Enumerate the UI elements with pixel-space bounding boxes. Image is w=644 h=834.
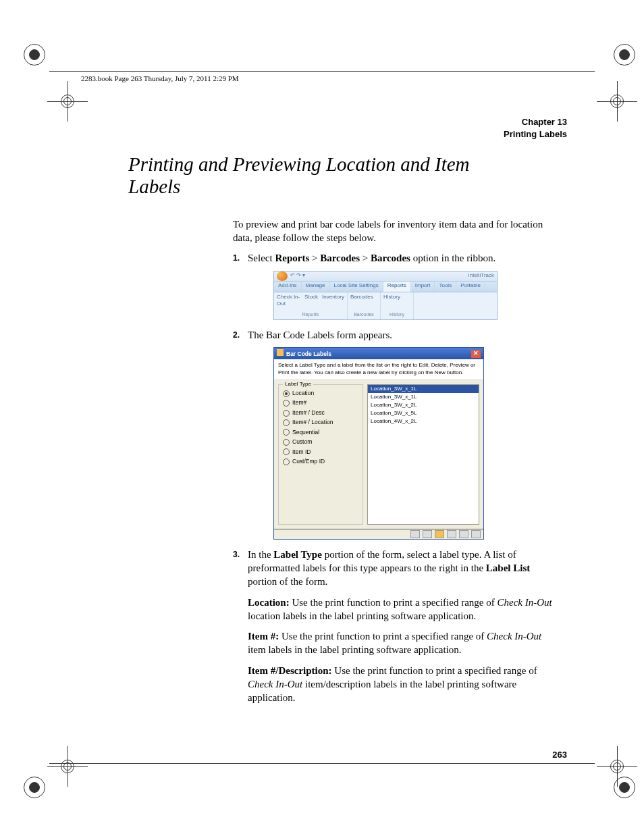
tab-add-ins[interactable]: Add-Ins (274, 282, 302, 292)
dialog-description: Select a Label Type and a label from the… (274, 359, 483, 380)
radio-item-desc[interactable]: Item# / Desc (283, 409, 358, 417)
list-item[interactable]: Location_3W_x_2L (368, 401, 479, 409)
label-type-group: Label Type Location Item# Item# / Desc I… (278, 384, 363, 525)
radio-icon (283, 439, 290, 446)
page-number: 263 (552, 750, 567, 760)
chapter-title: Printing Labels (81, 128, 567, 140)
chapter-header: Chapter 13 Printing Labels (81, 116, 567, 140)
radio-sequential[interactable]: Sequential (283, 429, 358, 436)
radio-item-id[interactable]: Item ID (283, 448, 358, 456)
section-title: Printing and Previewing Location and Ite… (128, 153, 506, 199)
radio-icon (283, 410, 290, 417)
toolbar-button[interactable] (423, 530, 432, 538)
ribbon-btn-stock[interactable]: Stock (304, 294, 318, 309)
ribbon-group-label: Barcodes (350, 311, 377, 317)
step-number: 1. (233, 251, 248, 265)
registration-mark (20, 773, 47, 800)
ribbon-btn-check-in-out[interactable]: Check In-Out (277, 294, 300, 309)
tab-manage[interactable]: Manage (302, 282, 330, 292)
step-text: Select Reports > Barcodes > Barcodes opt… (248, 251, 557, 265)
toolbar-button[interactable] (471, 530, 481, 538)
radio-icon (283, 400, 290, 407)
close-icon[interactable]: ✕ (471, 350, 481, 358)
toolbar-button[interactable] (459, 530, 468, 538)
radio-location[interactable]: Location (283, 390, 358, 397)
ribbon-btn-barcodes[interactable]: Barcodes (350, 294, 373, 301)
office-button-icon[interactable] (277, 271, 288, 281)
step-1: 1. Select Reports > Barcodes > Barcodes … (233, 251, 557, 265)
radio-icon (283, 390, 290, 397)
tab-reports[interactable]: Reports (383, 282, 411, 292)
ribbon-group-history: History History (381, 292, 414, 319)
list-item[interactable]: Location_4W_x_2L (368, 417, 479, 425)
bottom-rule (49, 763, 595, 764)
step-number: 3. (233, 548, 248, 712)
registration-mark (610, 41, 637, 68)
radio-cust-emp-id[interactable]: Cust/Emp ID (283, 458, 358, 465)
toolbar-button[interactable] (410, 530, 420, 538)
step-3: 3. In the Label Type portion of the form… (233, 548, 557, 712)
radio-icon (283, 448, 290, 455)
tab-portable[interactable]: Portable (456, 282, 485, 292)
ribbon-group-barcodes: Barcodes Barcodes (348, 292, 381, 319)
list-item[interactable]: Location_3W_x_1L (368, 385, 479, 393)
registration-mark (610, 773, 637, 800)
registration-mark (20, 41, 47, 68)
ribbon-btn-inventory[interactable]: Inventory (322, 294, 344, 309)
ribbon-screenshot: ↶ ↷ ▾ IntelliTrack Add-Ins Manage Local … (233, 271, 557, 320)
chapter-number: Chapter 13 (81, 116, 567, 128)
radio-custom[interactable]: Custom (283, 438, 358, 446)
qat-icons[interactable]: ↶ ↷ ▾ (290, 272, 305, 280)
tab-local-site-settings[interactable]: Local Site Settings (330, 282, 383, 292)
radio-icon (283, 419, 290, 426)
dialog-screenshot: Bar Code Labels ✕ Select a Label Type an… (233, 347, 557, 540)
dialog-toolbar (274, 529, 483, 539)
group-legend: Label Type (283, 381, 313, 388)
toolbar-button[interactable] (435, 530, 444, 538)
radio-item-location[interactable]: Item# / Location (283, 419, 358, 426)
toolbar-button[interactable] (447, 530, 456, 538)
label-list[interactable]: Location_3W_x_1L Location_3W_x_1L Locati… (367, 384, 479, 525)
dialog-titlebar: Bar Code Labels ✕ (274, 348, 483, 359)
top-rule (49, 71, 595, 72)
tab-import[interactable]: Import (411, 282, 435, 292)
radio-icon (283, 459, 290, 465)
step-text: The Bar Code Labels form appears. (248, 328, 557, 342)
tab-tools[interactable]: Tools (435, 282, 456, 292)
ribbon-group-label: Reports (277, 311, 344, 317)
step-number: 2. (233, 328, 248, 342)
ribbon-btn-history[interactable]: History (383, 294, 400, 301)
step-2: 2. The Bar Code Labels form appears. (233, 328, 557, 342)
ribbon-group-reports: Check In-Out Stock Inventory Reports (274, 292, 348, 319)
radio-icon (283, 429, 290, 436)
ribbon-group-label: History (383, 311, 410, 317)
list-item[interactable]: Location_3W_x_1L (368, 393, 479, 401)
list-item[interactable]: Location_3W_x_5L (368, 409, 479, 417)
dialog-title: Bar Code Labels (286, 350, 331, 357)
intro-paragraph: To preview and print bar code labels for… (233, 217, 557, 245)
step-text: In the Label Type portion of the form, s… (248, 548, 557, 712)
quick-access-toolbar: ↶ ↷ ▾ IntelliTrack (274, 271, 497, 282)
dialog-icon (277, 349, 284, 356)
app-name: IntelliTrack (468, 272, 494, 280)
radio-item[interactable]: Item# (283, 399, 358, 407)
ribbon-tabs: Add-Ins Manage Local Site Settings Repor… (274, 282, 497, 292)
running-head: 2283.book Page 263 Thursday, July 7, 201… (81, 74, 567, 82)
